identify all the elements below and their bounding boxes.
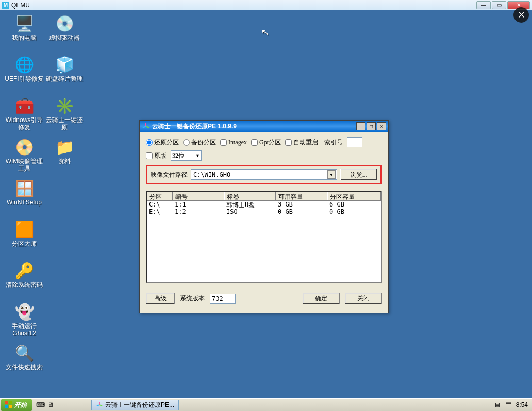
desktop-icon-label: 我的电脑 xyxy=(12,34,37,41)
desktop-icon-win-boot-repair[interactable]: 🧰Widnows引导 修复 xyxy=(4,96,44,131)
restore-radio[interactable]: 还原分区 xyxy=(146,138,179,147)
tray-network-icon[interactable]: 🗔 xyxy=(505,401,513,409)
desktop-icon-label: 清除系统密码 xyxy=(6,281,43,288)
start-button[interactable]: 开始 xyxy=(1,399,32,411)
svg-rect-1 xyxy=(9,401,12,404)
table-row[interactable]: E:\1:2ISO0 GB0 GB xyxy=(147,208,381,215)
col-number[interactable]: 编号 xyxy=(173,192,224,200)
autoreboot-check[interactable]: 自动重启 xyxy=(285,138,318,147)
col-free[interactable]: 可用容量 xyxy=(276,192,327,200)
dialog-title: 云骑士一键备份还原PE 1.0.9.9 xyxy=(152,122,356,131)
desktop-icon-partition-master[interactable]: 🟧分区大师 xyxy=(4,219,44,247)
taskbar[interactable]: 开始 ⌨ 🖥 云骑士一键备份还原PE... 🖥 🗔 8:54 xyxy=(0,398,532,411)
ok-button[interactable]: 确定 xyxy=(303,293,340,304)
image-path-highlight: 映像文件路径 C:\WIN.GHO ▼ 浏览... xyxy=(146,165,382,184)
virtual-drive-icon: 💿 xyxy=(54,13,75,33)
desktop-icon-label: Widnows引导 修复 xyxy=(6,116,43,131)
cmd-icon[interactable]: ⌨ xyxy=(36,401,44,409)
desktop-icon-label: 文件快速搜索 xyxy=(6,364,43,371)
dialog-window: 云骑士一键备份还原PE 1.0.9.9 _ □ × 还原分区 备份分区 Imag… xyxy=(139,120,389,313)
desktop-icon-label: UEFI引导修复 xyxy=(5,75,43,82)
ghost12-icon: 👻 xyxy=(14,302,35,321)
quick-launch: ⌨ 🖥 xyxy=(33,399,58,411)
desktop-icon-yunqishi[interactable]: ✳️云骑士一键还 原 xyxy=(44,96,85,131)
windows-flag-icon xyxy=(4,401,12,409)
desktop-icon-winntsetup[interactable]: 🪟WinNTSetup xyxy=(4,178,44,206)
winntsetup-icon: 🪟 xyxy=(14,178,35,198)
ziliao-icon: 📁 xyxy=(54,137,75,157)
dialog-titlebar[interactable]: 云骑士一键备份还原PE 1.0.9.9 _ □ × xyxy=(140,121,388,132)
close-button[interactable]: 关闭 xyxy=(345,293,382,304)
desktop-icon-uefi-repair[interactable]: 🌐UEFI引导修复 xyxy=(4,55,44,82)
col-size[interactable]: 分区容量 xyxy=(327,192,381,200)
system-tray[interactable]: 🖥 🗔 8:54 xyxy=(489,399,532,411)
sys-version-label: 系统版本 xyxy=(180,294,205,303)
qemu-titlebar: M QEMU — ▭ ✕ xyxy=(0,0,532,10)
image-path-label: 映像文件路径 xyxy=(151,170,188,179)
svg-rect-0 xyxy=(5,401,8,404)
desktop-icon-my-computer[interactable]: 🖥️我的电脑 xyxy=(4,13,44,41)
dialog-app-icon xyxy=(142,122,150,130)
my-computer-icon: 🖥️ xyxy=(14,13,35,33)
chevron-down-icon[interactable]: ▼ xyxy=(327,170,336,179)
desktop-icon-label: 手动运行 Ghost12 xyxy=(12,322,37,337)
partition-master-icon: 🟧 xyxy=(14,219,35,239)
partition-listview[interactable]: 分区 编号 标卷 可用容量 分区容量 C:\1:1韩博士U盘3 GB6 GBE:… xyxy=(146,191,382,283)
win-boot-repair-icon: 🧰 xyxy=(14,96,35,115)
index-label: 索引号 xyxy=(324,138,343,147)
desktop-icon-label: 资料 xyxy=(58,158,71,165)
table-row[interactable]: C:\1:1韩博士U盘3 GB6 GB xyxy=(147,201,381,208)
index-input[interactable] xyxy=(347,137,362,147)
outer-minimize-button[interactable]: — xyxy=(476,1,491,9)
advanced-button[interactable]: 高级 xyxy=(146,293,175,304)
desktop-icon-label: 虚拟驱动器 xyxy=(49,34,80,41)
overlay-close-icon[interactable]: ✕ xyxy=(513,7,529,23)
defrag-icon: 🧊 xyxy=(54,55,75,74)
file-search-icon: 🔍 xyxy=(14,343,35,363)
gpt-check[interactable]: Gpt分区 xyxy=(251,138,281,147)
sys-version-input[interactable] xyxy=(210,294,236,304)
tray-display-icon[interactable]: 🖥 xyxy=(493,401,502,409)
uefi-repair-icon: 🌐 xyxy=(14,55,35,74)
bits-select[interactable]: 32位▼ xyxy=(171,150,202,161)
desktop[interactable]: 🖥️我的电脑💿虚拟驱动器🌐UEFI引导修复🧊硬盘碎片整理🧰Widnows引导 修… xyxy=(0,10,532,398)
browse-button[interactable]: 浏览... xyxy=(340,169,377,180)
desktop-icon-label: 云骑士一键还 原 xyxy=(46,116,83,131)
desktop-icon-wim-tool[interactable]: 📀WIM映像管理 工具 xyxy=(4,137,44,172)
desktop-icon-clear-pwd[interactable]: 🔑清除系统密码 xyxy=(4,261,44,288)
outer-maximize-button[interactable]: ▭ xyxy=(492,1,506,9)
taskbar-task-item[interactable]: 云骑士一键备份还原PE... xyxy=(91,400,179,410)
desktop-icon-label: WinNTSetup xyxy=(7,199,42,206)
dialog-minimize-button[interactable]: _ xyxy=(356,122,365,130)
task-app-icon xyxy=(96,401,103,408)
yunqishi-icon: ✳️ xyxy=(54,96,75,115)
original-check[interactable]: 原版 xyxy=(146,151,167,160)
desktop-icon-virtual-drive[interactable]: 💿虚拟驱动器 xyxy=(44,13,85,41)
image-path-combo[interactable]: C:\WIN.GHO ▼ xyxy=(191,169,337,180)
tray-clock[interactable]: 8:54 xyxy=(516,401,528,408)
wim-tool-icon: 📀 xyxy=(14,137,35,157)
desktop-icon-defrag[interactable]: 🧊硬盘碎片整理 xyxy=(44,55,85,82)
clear-pwd-icon: 🔑 xyxy=(14,261,35,280)
listview-header[interactable]: 分区 编号 标卷 可用容量 分区容量 xyxy=(147,192,381,201)
desktop-icon[interactable]: 🖥 xyxy=(46,401,55,409)
col-partition[interactable]: 分区 xyxy=(147,192,173,200)
dialog-close-button[interactable]: × xyxy=(377,122,386,130)
col-volume[interactable]: 标卷 xyxy=(224,192,276,200)
cursor-icon: ↖ xyxy=(260,26,270,39)
desktop-icon-ghost12[interactable]: 👻手动运行 Ghost12 xyxy=(4,302,44,337)
image-path-value: C:\WIN.GHO xyxy=(193,171,230,178)
qemu-title: QEMU xyxy=(11,2,475,9)
desktop-icon-label: 分区大师 xyxy=(12,240,37,247)
dialog-maximize-button[interactable]: □ xyxy=(367,122,376,130)
chevron-down-icon: ▼ xyxy=(195,153,200,158)
qemu-icon: M xyxy=(2,2,9,9)
backup-radio[interactable]: 备份分区 xyxy=(183,138,216,147)
desktop-icon-file-search[interactable]: 🔍文件快速搜索 xyxy=(4,343,44,371)
desktop-icon-label: WIM映像管理 工具 xyxy=(6,158,43,172)
svg-rect-2 xyxy=(5,405,8,408)
imagex-check[interactable]: Imagex xyxy=(220,139,247,146)
svg-rect-3 xyxy=(9,405,12,408)
desktop-icon-ziliao[interactable]: 📁资料 xyxy=(44,137,85,165)
desktop-icon-label: 硬盘碎片整理 xyxy=(46,75,83,82)
